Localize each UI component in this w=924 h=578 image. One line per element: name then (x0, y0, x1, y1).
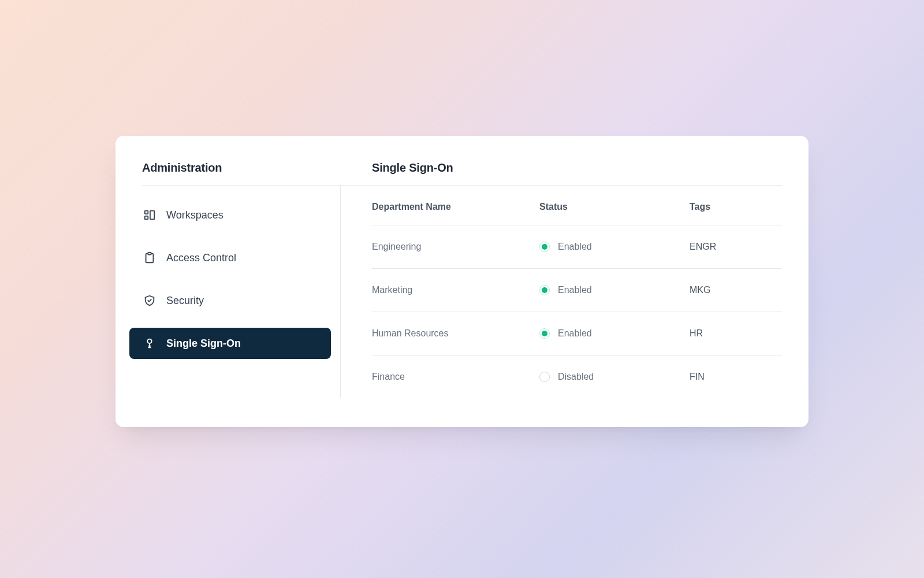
table-row: Finance Disabled FIN (372, 355, 782, 398)
svg-rect-2 (150, 211, 154, 220)
table-row: Marketing Enabled MKG (372, 269, 782, 312)
svg-rect-0 (145, 211, 148, 214)
sidebar-item-label: Single Sign-On (166, 338, 241, 350)
status-cell: Enabled (539, 285, 690, 295)
admin-card: Administration Single Sign-On Workspaces (116, 136, 808, 427)
key-icon (143, 337, 156, 350)
sidebar-item-label: Security (166, 295, 204, 307)
table-row: Engineering Enabled ENGR (372, 225, 782, 269)
department-tag: FIN (690, 372, 782, 382)
department-name: Engineering (372, 242, 539, 252)
svg-rect-4 (148, 253, 151, 255)
column-header-tags: Tags (690, 202, 782, 212)
shield-icon (143, 294, 156, 307)
department-tag: MKG (690, 285, 782, 295)
column-header-name: Department Name (372, 202, 539, 212)
sidebar-item-single-sign-on[interactable]: Single Sign-On (129, 328, 331, 359)
clipboard-icon (143, 251, 156, 264)
card-body: Workspaces Access Control (142, 185, 782, 398)
status-cell: Enabled (539, 242, 690, 252)
department-name: Finance (372, 372, 539, 382)
department-name: Marketing (372, 285, 539, 295)
status-label: Enabled (558, 242, 592, 252)
svg-point-5 (147, 339, 151, 343)
status-indicator-icon (539, 372, 550, 382)
sidebar-title: Administration (142, 161, 341, 175)
status-cell: Disabled (539, 372, 690, 382)
department-tag: HR (690, 328, 782, 339)
status-indicator-icon (539, 328, 550, 339)
sidebar-item-label: Workspaces (166, 209, 223, 221)
status-indicator-icon (539, 285, 550, 295)
grid-icon (143, 209, 156, 221)
table-header: Department Name Status Tags (372, 191, 782, 225)
status-label: Disabled (558, 372, 594, 382)
sidebar-item-security[interactable]: Security (129, 285, 331, 316)
main-title: Single Sign-On (372, 161, 782, 175)
status-indicator-icon (539, 242, 550, 252)
sidebar-item-workspaces[interactable]: Workspaces (129, 199, 331, 231)
status-label: Enabled (558, 285, 592, 295)
department-name: Human Resources (372, 328, 539, 339)
status-label: Enabled (558, 328, 592, 339)
svg-rect-1 (145, 216, 148, 220)
column-header-status: Status (539, 202, 690, 212)
sidebar-item-access-control[interactable]: Access Control (129, 242, 331, 273)
sidebar-item-label: Access Control (166, 252, 236, 264)
department-tag: ENGR (690, 242, 782, 252)
table-row: Human Resources Enabled HR (372, 312, 782, 355)
sidebar-nav: Workspaces Access Control (129, 186, 341, 398)
main-content: Department Name Status Tags Engineering … (372, 186, 782, 398)
card-header: Administration Single Sign-On (142, 161, 782, 185)
status-cell: Enabled (539, 328, 690, 339)
